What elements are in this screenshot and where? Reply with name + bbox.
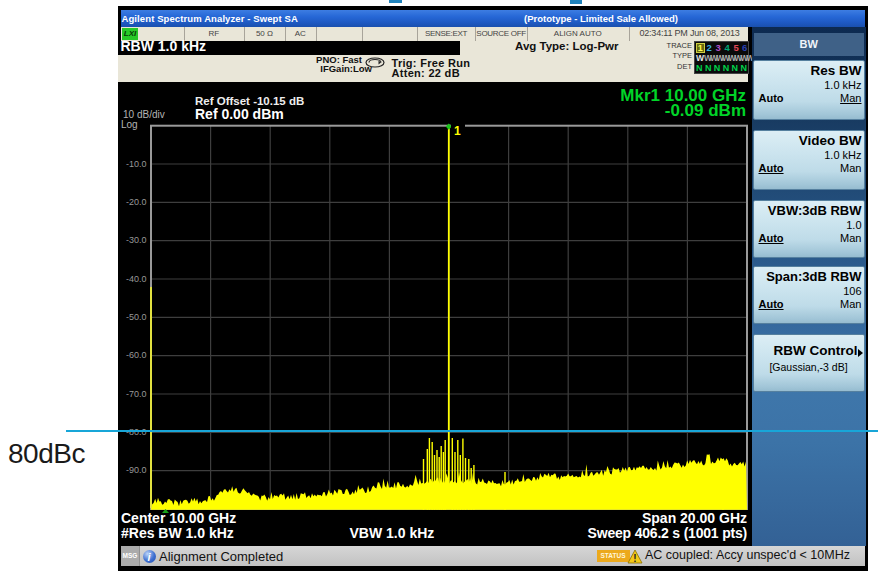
svg-text:!: ! [633,552,636,563]
